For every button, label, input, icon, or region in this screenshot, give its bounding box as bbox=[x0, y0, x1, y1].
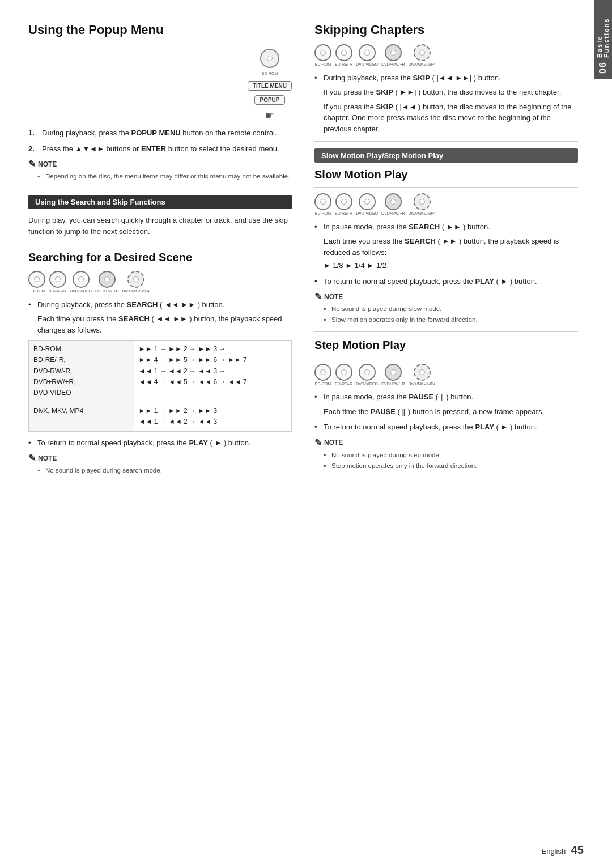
title-menu-button: TITLE MENU bbox=[248, 81, 292, 91]
slow-dvd-video-icon: DVD-VIDEO bbox=[356, 193, 378, 216]
slow-motion-title: Slow Motion Play bbox=[314, 168, 578, 181]
table-label-2: DivX, MKV, MP4 bbox=[29, 402, 134, 431]
skip-dvd-rw-icon: DVD+RW/+R bbox=[381, 44, 405, 67]
page-number: 45 bbox=[571, 844, 584, 856]
slow-bd-re-icon: BD-RE/-R bbox=[335, 193, 352, 216]
step-note-header: ✎ NOTE bbox=[314, 437, 578, 448]
chapter-tab: 06 Basic Functions bbox=[594, 0, 612, 79]
slow-sub-1: Each time you press the SEARCH ( ►► ) bu… bbox=[314, 236, 578, 258]
step-1: 1. During playback, press the POPUP MENU… bbox=[28, 127, 292, 139]
right-column: Skipping Chapters BD-ROM BD-RE/-R DVD-VI… bbox=[314, 23, 578, 479]
skip-bullet-1: • During playback, press the SKIP ( |◄◄ … bbox=[314, 73, 578, 84]
divx-icon: DivX/MKV/MP4 bbox=[122, 271, 150, 293]
table-label-1: BD-ROM,BD-RE/-R,DVD-RW/-R,DVD+RW/+R,DVD-… bbox=[29, 341, 134, 402]
skip-bd-re-icon: BD-RE/-R bbox=[335, 44, 352, 67]
slow-bullet-2: • To return to normal speed playback, pr… bbox=[314, 276, 578, 287]
search-skip-intro: During play, you can search quickly thro… bbox=[28, 215, 292, 237]
search-sub-text: Each time you press the SEARCH ( ◄◄ ►► )… bbox=[28, 313, 292, 335]
step-bullet-2: • To return to normal speed playback, pr… bbox=[314, 422, 578, 433]
popup-button: POPUP bbox=[254, 95, 284, 105]
step-bd-rom-icon: BD-ROM bbox=[314, 364, 332, 386]
slow-bullet-1: • In pause mode, press the SEARCH ( ►► )… bbox=[314, 222, 578, 233]
disc-icons-step: BD-ROM BD-RE/-R DVD-VIDEO DVD+RW/+R bbox=[314, 364, 578, 386]
step-note-item-1: ▪ No sound is played during step mode. bbox=[314, 450, 578, 459]
skip-sub-1: If you press the SKIP ( ►►| ) button, th… bbox=[314, 87, 578, 98]
step-motion-title: Step Motion Play bbox=[314, 339, 578, 352]
disc-icons-slow: BD-ROM BD-RE/-R DVD-VIDEO DVD+RW/+R bbox=[314, 193, 578, 216]
skip-divx-icon: DivX/MKV/MP4 bbox=[409, 44, 436, 67]
slow-divx-icon: DivX/MKV/MP4 bbox=[409, 193, 436, 216]
skipping-chapters-title: Skipping Chapters bbox=[314, 23, 578, 37]
search-skip-bar: Using the Search and Skip Functions bbox=[28, 195, 292, 209]
disc-icons-search: BD-ROM BD-RE/-R DVD-VIDEO DVD+RW/+R bbox=[28, 271, 292, 293]
popup-note: ✎ NOTE ▪ Depending on the disc, the menu… bbox=[28, 159, 292, 181]
step-sub-1: Each time the PAUSE ( ‖ ) button is pres… bbox=[314, 406, 578, 418]
disc-icons-skip: BD-ROM BD-RE/-R DVD-VIDEO DVD+RW/+R bbox=[314, 44, 578, 67]
table-value-2: ►► 1 → ►► 2 → ►► 3 ◄◄ 1 → ◄◄ 2 → ◄◄ 3 bbox=[134, 402, 291, 431]
page-footer: English 45 bbox=[541, 844, 584, 857]
note-item-1: ▪ Depending on the disc, the menu items … bbox=[28, 172, 292, 181]
note-header-1: ✎ NOTE bbox=[28, 159, 292, 169]
chapter-label: Basic Functions bbox=[596, 6, 610, 58]
search-speed-table: BD-ROM,BD-RE/-R,DVD-RW/-R,DVD+RW/+R,DVD-… bbox=[28, 340, 292, 431]
slow-step-bar: Slow Motion Play/Step Motion Play bbox=[314, 148, 578, 163]
skip-bd-rom-icon: BD-ROM bbox=[314, 44, 332, 67]
skip-dvd-video-icon: DVD-VIDEO bbox=[356, 44, 378, 67]
search-bullet-1: • During playback, press the SEARCH ( ◄◄… bbox=[28, 299, 292, 310]
search-note-header: ✎ NOTE bbox=[28, 453, 292, 463]
table-row: BD-ROM,BD-RE/-R,DVD-RW/-R,DVD+RW/+R,DVD-… bbox=[29, 341, 292, 402]
dvd-video-icon: DVD-VIDEO bbox=[70, 271, 92, 293]
skip-sub-2: If you press the SKIP ( |◄◄ ) button, th… bbox=[314, 101, 578, 135]
step-bd-re-icon: BD-RE/-R bbox=[335, 364, 352, 386]
bd-rom-icon: BD-ROM bbox=[28, 271, 45, 293]
dvd-rw-icon: DVD+RW/+R bbox=[95, 271, 119, 293]
chapter-number: 06 bbox=[598, 61, 608, 74]
slow-note-item-1: ▪ No sound is played during slow mode. bbox=[314, 304, 578, 313]
bd-re-r-icon: BD-RE/-R bbox=[49, 271, 66, 293]
search-note: ✎ NOTE ▪ No sound is played during searc… bbox=[28, 453, 292, 475]
slow-speed-info: ► 1/8 ► 1/4 ► 1/2 bbox=[314, 260, 578, 271]
slow-note: ✎ NOTE ▪ No sound is played during slow … bbox=[314, 291, 578, 324]
search-note-item: ▪ No sound is played during search mode. bbox=[28, 466, 292, 475]
table-value-1: ►► 1 → ►► 2 → ►► 3 → ►► 4 → ►► 5 → ►► 6 … bbox=[134, 341, 291, 402]
language-label: English bbox=[541, 847, 566, 856]
step-divx-icon: DivX/MKV/MP4 bbox=[409, 364, 436, 386]
slow-bd-rom-icon: BD-ROM bbox=[314, 193, 332, 216]
step-note: ✎ NOTE ▪ No sound is played during step … bbox=[314, 437, 578, 470]
slow-dvd-rw-icon: DVD+RW/+R bbox=[381, 193, 405, 216]
slow-note-item-2: ▪ Slow motion operates only in the forwa… bbox=[314, 315, 578, 324]
remote-buttons: BD-ROM TITLE MENU POPUP ☛ bbox=[248, 49, 292, 122]
table-row: DivX, MKV, MP4 ►► 1 → ►► 2 → ►► 3 ◄◄ 1 →… bbox=[29, 402, 292, 431]
search-scene-title: Searching for a Desired Scene bbox=[28, 251, 292, 264]
popup-menu-title: Using the Popup Menu bbox=[28, 23, 292, 37]
step-dvd-video-icon: DVD-VIDEO bbox=[356, 364, 378, 386]
step-2: 2. Press the ▲▼◄► buttons or ENTER butto… bbox=[28, 143, 292, 155]
slow-note-header: ✎ NOTE bbox=[314, 291, 578, 302]
step-bullet-1: • In pause mode, press the PAUSE ( ‖ ) b… bbox=[314, 392, 578, 403]
left-column: Using the Popup Menu BD-ROM TITLE MENU P… bbox=[28, 23, 292, 479]
step-dvd-rw-icon: DVD+RW/+R bbox=[381, 364, 405, 386]
bd-rom-label-remote: BD-ROM bbox=[262, 71, 278, 75]
search-bullet-2: • To return to normal speed playback, pr… bbox=[28, 437, 292, 449]
step-note-item-2: ▪ Step motion operates only in the forwa… bbox=[314, 461, 578, 470]
